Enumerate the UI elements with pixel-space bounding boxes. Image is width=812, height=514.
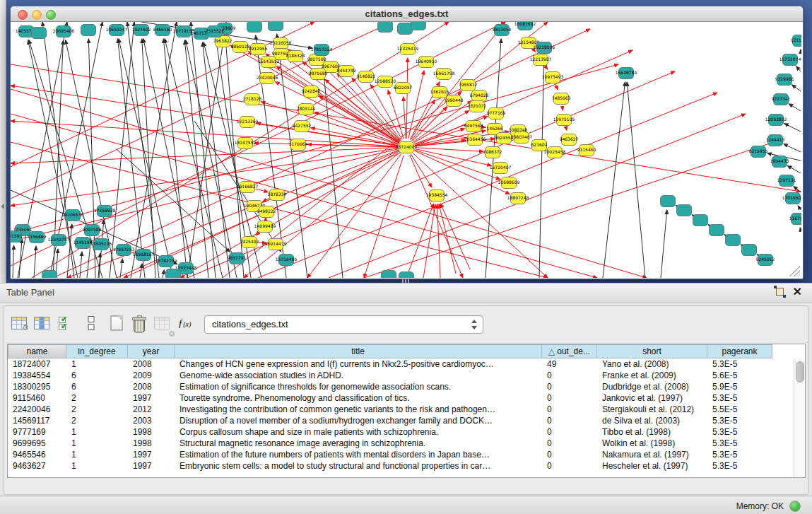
network-node[interactable]: 9777169 [488, 107, 504, 119]
network-node[interactable]: 13505135 [93, 238, 109, 250]
table-cell[interactable]: 6 [66, 370, 128, 381]
table-cell[interactable]: Estimation of significance thresholds fo… [175, 381, 542, 392]
table-cell[interactable]: Embryonic stem cells: a model to study s… [175, 460, 542, 472]
column-header-year[interactable]: year [128, 344, 175, 358]
table-cell[interactable]: Yano et al. (2008) [597, 358, 707, 370]
network-node[interactable]: 12975105 [556, 114, 572, 126]
table-row[interactable]: 1938455462009Genome-wide association stu… [8, 370, 792, 381]
network-node[interactable]: 1244413 [767, 134, 783, 146]
network-node[interactable]: 7086372 [485, 146, 500, 158]
network-node[interactable]: 9875685 [310, 68, 326, 80]
network-node[interactable]: 19166827 [240, 181, 255, 193]
table-cell[interactable]: Estimation of the future numbers of pati… [175, 449, 542, 460]
network-node[interactable]: 2718126 [245, 93, 260, 105]
network-node[interactable]: 8813054 [494, 24, 510, 36]
network-node[interactable]: 1621072 [469, 100, 485, 112]
table-cell[interactable]: 1998 [128, 426, 175, 438]
network-node[interactable]: 15720407 [493, 162, 508, 174]
network-node[interactable]: 12342757 [51, 234, 66, 246]
table-cell[interactable]: 5.3E-5 [707, 426, 772, 438]
table-cell[interactable]: 9777169 [8, 426, 66, 438]
network-node[interactable] [247, 22, 262, 33]
table-cell[interactable]: 9465546 [8, 449, 66, 460]
network-node[interactable]: 9146821 [358, 71, 374, 83]
table-cell[interactable]: 2009 [128, 370, 175, 381]
table-cell[interactable]: 5.3E-5 [707, 392, 772, 404]
network-node[interactable]: 391591 [11, 230, 22, 243]
network-node[interactable]: 16087682 [517, 22, 533, 30]
table-cell[interactable]: 1 [66, 460, 128, 472]
network-canvas[interactable]: 1872400779638228860128891295523226058982… [11, 22, 801, 278]
table-row[interactable]: 1456911722003Disruption of a novel membe… [8, 415, 792, 426]
network-node[interactable]: 9329966 [777, 74, 792, 86]
table-cell[interactable]: Tourette syndrome. Phenomenology and cla… [175, 392, 542, 404]
table-cell[interactable]: 0 [542, 460, 597, 472]
network-node[interactable]: 1167533 [791, 213, 801, 225]
table-cell[interactable]: 5.3E-5 [707, 438, 772, 449]
table-cell[interactable]: 1997 [128, 460, 175, 472]
network-node[interactable]: 20206536 [65, 209, 81, 221]
network-node[interactable] [709, 224, 724, 236]
table-row[interactable]: 911546021997Tourette syndrome. Phenomeno… [8, 392, 792, 404]
table-cell[interactable]: Dudbridge et al. (2008) [597, 381, 707, 392]
collapse-arrow-icon[interactable] [1, 204, 4, 209]
close-panel-icon[interactable]: ✕ [793, 285, 802, 298]
network-node[interactable]: 10688609 [501, 177, 517, 189]
network-node[interactable]: 18640910 [418, 56, 434, 68]
network-node[interactable]: 2803144 [298, 103, 314, 115]
table-cell[interactable]: Structural magnetic resonance image aver… [175, 438, 542, 449]
table-cell[interactable]: 0 [542, 381, 597, 392]
stacked-squares-icon[interactable] [82, 313, 100, 333]
network-node[interactable]: 9115460 [579, 144, 594, 156]
network-node[interactable] [31, 27, 47, 39]
network-node[interactable]: 18107552 [237, 137, 253, 149]
network-node[interactable]: 23420046 [259, 72, 275, 84]
network-node[interactable]: 8860128 [233, 41, 248, 53]
network-node[interactable]: 10973493 [545, 71, 560, 83]
network-node[interactable]: 9245012 [758, 254, 773, 266]
network-node[interactable]: 16543512 [261, 56, 276, 68]
table-cell[interactable]: 18300295 [8, 381, 66, 392]
network-node[interactable] [377, 22, 393, 33]
network-node[interactable]: 16958107 [136, 249, 151, 261]
network-node[interactable]: 17016504 [785, 192, 801, 204]
network-node[interactable]: 1990448 [446, 95, 461, 107]
network-node[interactable]: 16961758 [436, 68, 452, 80]
network-node[interactable] [399, 271, 414, 279]
table-cell[interactable]: 49 [542, 358, 597, 370]
network-node[interactable]: 10653247 [109, 24, 124, 36]
table-cell[interactable]: 2 [66, 415, 128, 426]
network-node[interactable]: 6497568 [466, 120, 481, 132]
network-node[interactable]: 1211743 [792, 35, 801, 47]
table-cell[interactable]: Hescheler et al. (1997) [597, 460, 707, 472]
network-node[interactable]: 16914479 [268, 238, 283, 250]
trash-icon[interactable] [130, 313, 148, 333]
network-node[interactable]: 15716485 [278, 254, 294, 266]
table-cell[interactable]: 19384554 [8, 370, 66, 381]
table-cell[interactable]: 5.3E-5 [707, 415, 772, 426]
table-cell[interactable]: de Silva et al. (2003) [597, 415, 707, 426]
table-cell[interactable]: 1 [66, 426, 128, 438]
network-node[interactable]: 16648784 [618, 67, 634, 79]
network-node[interactable]: 12213987 [533, 54, 548, 66]
network-node[interactable] [165, 269, 181, 279]
table-cell[interactable]: 1997 [128, 449, 175, 460]
network-node[interactable]: 1297131 [779, 175, 794, 187]
table-source-select[interactable]: citations_edges.txt [204, 315, 483, 334]
table-cell[interactable]: 14569117 [8, 415, 66, 426]
table-row[interactable]: 1830029562008Estimation of significance … [8, 381, 792, 392]
network-node[interactable]: 8215955 [751, 146, 766, 158]
network-node[interactable] [693, 214, 708, 226]
network-node[interactable] [411, 22, 426, 30]
network-node[interactable]: 7425402 [242, 236, 257, 248]
network-node[interactable]: 12213369 [240, 116, 255, 128]
network-node[interactable]: 6822057 [395, 82, 411, 94]
column-header-title[interactable]: title [175, 344, 542, 358]
table-cell[interactable]: 0 [542, 415, 597, 426]
table-cell[interactable]: 6 [66, 381, 128, 392]
table-vertical-scrollbar[interactable] [794, 358, 805, 477]
table-cell[interactable]: 2008 [128, 358, 175, 370]
table-cell[interactable]: 0 [542, 392, 597, 404]
network-node[interactable]: 10719155 [176, 25, 192, 37]
network-node[interactable]: 9857791 [229, 252, 245, 264]
